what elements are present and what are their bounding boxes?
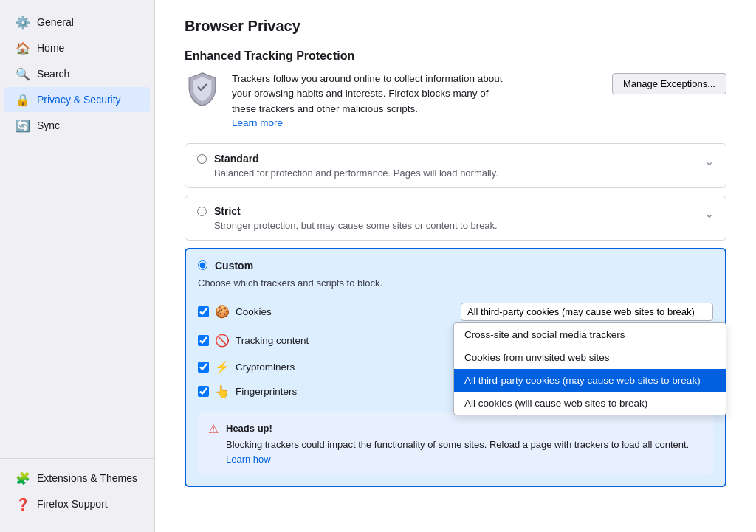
fingerprinters-icon: 👆 [215, 384, 230, 398]
cookies-label: Cookies [236, 306, 455, 317]
etp-text-block: Trackers follow you around online to col… [232, 72, 505, 128]
sidebar: ⚙️General🏠Home🔍Search🔒Privacy & Security… [0, 0, 155, 532]
search-icon: 🔍 [16, 67, 30, 80]
home-icon: 🏠 [16, 41, 30, 55]
warning-title: Heads up! [226, 421, 703, 436]
standard-label: Standard [214, 153, 498, 165]
sidebar-item-privacy[interactable]: 🔒Privacy & Security [4, 87, 150, 112]
cookies-checkbox[interactable] [198, 306, 209, 317]
strict-radio[interactable] [197, 207, 207, 216]
tracking-content-icon: 🚫 [215, 334, 230, 348]
privacy-icon: 🔒 [16, 93, 30, 106]
manage-exceptions-button[interactable]: Manage Exceptions... [612, 73, 726, 94]
cryptominers-checkbox[interactable] [198, 362, 209, 373]
custom-radio[interactable] [198, 260, 207, 270]
sidebar-label-privacy: Privacy & Security [37, 94, 121, 106]
warning-text: Heads up! Blocking trackers could impact… [226, 421, 703, 467]
cookies-icon: 🍪 [215, 305, 230, 319]
cookies-row: 🍪 Cookies All third-party cookies (may c… [198, 297, 713, 326]
strict-chevron-icon: ⌄ [704, 207, 714, 221]
sidebar-item-home[interactable]: 🏠Home [4, 35, 150, 61]
etp-description: Trackers follow you around online to col… [232, 72, 505, 117]
cookies-select[interactable]: All third-party cookies (may cause web s… [461, 303, 713, 321]
warning-body: Blocking trackers could impact the funct… [226, 439, 689, 450]
standard-option[interactable]: Standard Balanced for protection and per… [185, 143, 726, 188]
custom-desc: Choose which trackers and scripts to blo… [198, 277, 713, 289]
general-icon: ⚙️ [16, 15, 30, 29]
extensions-icon: 🧩 [16, 471, 30, 485]
sidebar-bottom: 🧩Extensions & Themes❓Firefox Support [0, 458, 154, 523]
dropdown-item-all-cookies[interactable]: All cookies (will cause web sites to bre… [454, 392, 726, 415]
fingerprinters-checkbox[interactable] [198, 386, 209, 397]
tracking-content-checkbox[interactable] [198, 335, 209, 346]
strict-option[interactable]: Strict Stronger protection, but may caus… [185, 196, 726, 241]
strict-label: Strict [214, 205, 498, 217]
warning-learn-how-link[interactable]: Learn how [226, 454, 271, 465]
sidebar-item-support[interactable]: ❓Firefox Support [4, 491, 150, 517]
support-icon: ❓ [16, 497, 30, 511]
standard-radio[interactable] [197, 154, 207, 164]
sync-icon: 🔄 [16, 119, 30, 132]
warning-box: ⚠ Heads up! Blocking trackers could impa… [198, 412, 713, 476]
strict-desc: Stronger protection, but may cause some … [214, 220, 498, 231]
standard-chevron-icon: ⌄ [704, 154, 714, 168]
sidebar-item-search[interactable]: 🔍Search [4, 61, 150, 86]
sidebar-label-support: Firefox Support [37, 498, 108, 510]
warning-icon: ⚠ [208, 422, 219, 436]
sidebar-item-general[interactable]: ⚙️General [4, 10, 150, 35]
sidebar-label-extensions: Extensions & Themes [37, 472, 137, 484]
cryptominers-icon: ⚡ [215, 360, 230, 374]
dropdown-item-cross-site[interactable]: Cross-site and social media trackers [454, 323, 726, 346]
cookies-dropdown-menu: Cross-site and social media trackers Coo… [453, 322, 726, 415]
etp-description-row: Trackers follow you around online to col… [185, 72, 726, 128]
learn-more-link[interactable]: Learn more [232, 117, 283, 128]
sidebar-label-sync: Sync [37, 120, 60, 131]
dropdown-item-third-party[interactable]: All third-party cookies (may cause web s… [454, 369, 726, 392]
cookies-dropdown-wrapper: All third-party cookies (may cause web s… [461, 303, 713, 321]
sidebar-label-general: General [37, 16, 74, 28]
sidebar-label-home: Home [37, 42, 64, 54]
main-content: Browser Privacy Enhanced Tracking Protec… [155, 0, 756, 532]
etp-left: Trackers follow you around online to col… [185, 72, 505, 128]
section-title: Enhanced Tracking Protection [185, 49, 726, 63]
standard-desc: Balanced for protection and performance.… [214, 167, 498, 179]
custom-section: Custom Choose which trackers and scripts… [185, 248, 726, 488]
sidebar-item-sync[interactable]: 🔄Sync [4, 113, 150, 138]
sidebar-label-search: Search [37, 68, 69, 80]
sidebar-item-extensions[interactable]: 🧩Extensions & Themes [4, 466, 150, 491]
shield-icon [185, 72, 220, 107]
page-title: Browser Privacy [185, 18, 726, 35]
custom-label: Custom [215, 260, 253, 272]
dropdown-item-unvisited[interactable]: Cookies from unvisited web sites [454, 346, 726, 369]
